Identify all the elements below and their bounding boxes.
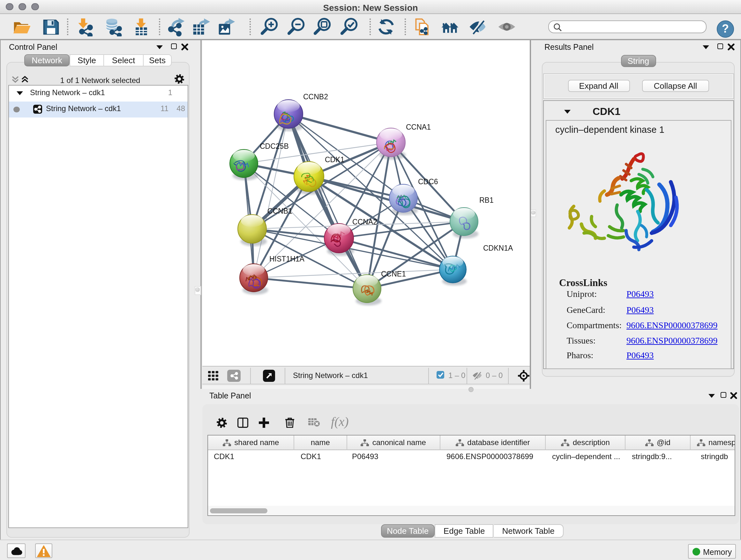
svg-text:CDKN1A: CDKN1A xyxy=(483,244,513,252)
svg-text:RB1: RB1 xyxy=(479,196,493,204)
svg-text:CDK1: CDK1 xyxy=(325,155,344,164)
svg-text:CCNB2: CCNB2 xyxy=(303,92,328,101)
svg-text:CCNA1: CCNA1 xyxy=(406,123,430,131)
svg-text:CDC25B: CDC25B xyxy=(259,142,288,150)
svg-text:CCNA2: CCNA2 xyxy=(352,218,377,226)
svg-text:CDC6: CDC6 xyxy=(418,178,438,186)
svg-text:CCNB1: CCNB1 xyxy=(267,207,292,215)
svg-text:CCNE1: CCNE1 xyxy=(381,270,406,278)
svg-text:HIST1H1A: HIST1H1A xyxy=(269,255,305,263)
